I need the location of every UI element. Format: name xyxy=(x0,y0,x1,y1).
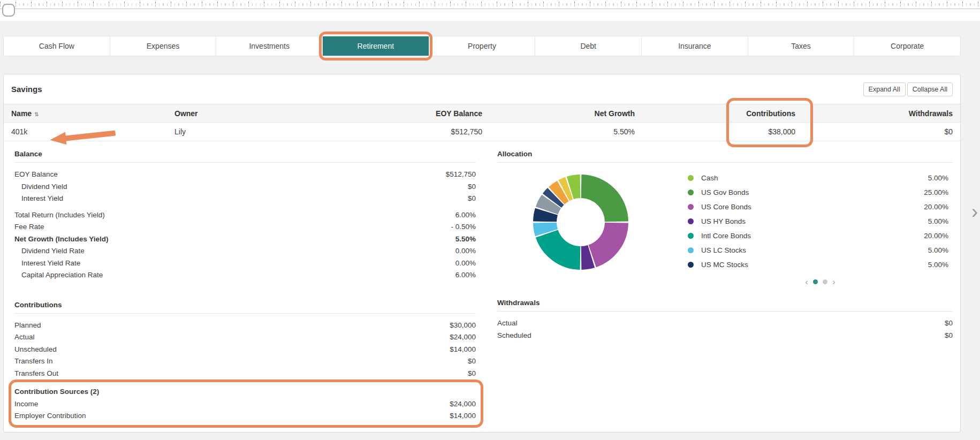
column-header-eoy-balance[interactable]: EOY Balance xyxy=(330,109,482,118)
allocation-legend: Cash 5.00% US Gov Bonds 25.00% xyxy=(688,169,953,272)
legend-color-dot xyxy=(688,262,694,268)
legend-page-dot-1[interactable] xyxy=(813,279,818,284)
tab[interactable]: Investments xyxy=(216,36,323,56)
legend-label: US Gov Bonds xyxy=(701,188,749,196)
detail-row: Actual $0 xyxy=(497,317,953,330)
detail-row-value: 5.50% xyxy=(455,233,476,246)
balance-section-title: Balance xyxy=(14,150,476,163)
withdrawals-section-title: Withdrawals xyxy=(497,299,953,312)
tab[interactable]: Corporate xyxy=(854,36,960,56)
detail-row-label: Net Growth (Includes Yield) xyxy=(14,233,109,246)
legend-item: US LC Stocks 5.00% xyxy=(688,243,948,257)
detail-row: Fee Rate - 0.50% xyxy=(14,221,476,233)
legend-color-dot xyxy=(688,204,694,210)
legend-item: Intl Core Bonds 20.00% xyxy=(688,229,948,243)
tab[interactable]: Cash Flow xyxy=(4,36,110,56)
detail-row-label: Planned xyxy=(14,320,41,332)
legend-item: US Core Bonds 20.00% xyxy=(688,200,948,214)
column-header-name[interactable]: Name⇅ xyxy=(11,109,174,118)
detail-row-value: 0.00% xyxy=(455,257,476,270)
donut-segment xyxy=(557,191,563,196)
detail-row-value: $0 xyxy=(468,355,476,368)
detail-row-label: Interest Yield xyxy=(21,193,63,205)
cell-contributions: $38,000 xyxy=(635,127,795,136)
annotation-tool-handle[interactable] xyxy=(2,4,15,17)
legend-color-dot xyxy=(688,233,694,239)
tab-label: Cash Flow xyxy=(39,42,74,50)
tab-label: Expenses xyxy=(147,42,179,50)
detail-row: Interest Yield $0 xyxy=(14,193,476,205)
legend-color-dot xyxy=(688,218,694,224)
contribution-sources-rows: Income $24,000 Employer Contribution $14… xyxy=(14,398,476,422)
balance-rows: EOY Balance $512,750 Dividend Yield $0 xyxy=(14,169,476,282)
legend-label: Cash xyxy=(701,174,718,182)
collapse-all-button[interactable]: Collapse All xyxy=(907,82,953,96)
allocation-donut-wrap xyxy=(497,169,688,276)
column-header-withdrawals[interactable]: Withdrawals xyxy=(795,109,953,118)
detail-row-value: $0 xyxy=(468,368,476,380)
legend-next-button[interactable]: › xyxy=(832,277,835,286)
tab[interactable]: Expenses xyxy=(110,36,217,56)
tab-label: Debt xyxy=(580,42,596,50)
contributions-rows: Planned $30,000 Actual $24,000 xyxy=(14,320,476,380)
detail-row-value: $24,000 xyxy=(450,331,476,344)
tab[interactable]: Property xyxy=(429,36,536,56)
donut-segment xyxy=(592,223,617,256)
legend-value: 25.00% xyxy=(924,188,948,196)
legend-value: 5.00% xyxy=(928,217,948,225)
detail-row: Total Return (Includes Yield) 6.00% xyxy=(14,209,476,222)
next-page-chevron[interactable]: › xyxy=(971,202,978,222)
detail-row-label: Transfers In xyxy=(14,355,53,368)
expand-all-button[interactable]: Expand All xyxy=(863,82,906,96)
detail-row-value: $512,750 xyxy=(446,169,476,181)
detail-row: Income $24,000 xyxy=(14,398,476,411)
top-ruler xyxy=(0,0,980,9)
detail-row-label: Total Return (Includes Yield) xyxy=(14,209,105,222)
legend-color-dot xyxy=(688,189,694,195)
detail-row-label: EOY Balance xyxy=(14,169,58,181)
detail-row-label: Employer Contribution xyxy=(14,410,86,422)
allocation-legend-wrap: Cash 5.00% US Gov Bonds 25.00% xyxy=(688,169,953,287)
legend-label: US MC Stocks xyxy=(701,261,748,269)
account-detail: Balance EOY Balance $512,750 Dividend Y xyxy=(4,141,960,432)
contributions-section: Contributions Planned $30,000 Actual xyxy=(14,301,476,422)
tab-label: Insurance xyxy=(678,42,711,50)
detail-row-value: $0 xyxy=(945,317,953,330)
tab-label: Corporate xyxy=(891,42,924,50)
legend-item: US MC Stocks 5.00% xyxy=(688,257,948,272)
column-header-net-growth[interactable]: Net Growth xyxy=(482,109,635,118)
withdrawals-section: Withdrawals Actual $0 Scheduled xyxy=(497,299,953,342)
detail-row-label: Interest Yield Rate xyxy=(21,257,80,270)
sort-icon[interactable]: ⇅ xyxy=(34,111,39,117)
column-header-owner[interactable]: Owner xyxy=(174,109,330,118)
tab[interactable]: Taxes xyxy=(748,36,855,56)
column-header-contributions[interactable]: Contributions xyxy=(635,109,795,118)
detail-row: Capital Appreciation Rate 6.00% xyxy=(14,269,476,282)
tab[interactable]: Retirement xyxy=(323,36,429,56)
savings-panel: Savings Expand All Collapse All Name⇅ Ow… xyxy=(3,74,961,433)
legend-page-dot-2[interactable] xyxy=(823,279,827,284)
detail-row-value: 6.00% xyxy=(455,209,476,222)
tab[interactable]: Insurance xyxy=(642,36,748,56)
panel-header: Savings Expand All Collapse All xyxy=(4,74,960,104)
detail-row-value: $14,000 xyxy=(450,344,476,356)
legend-prev-button[interactable]: ‹ xyxy=(805,277,808,286)
tab[interactable]: Debt xyxy=(535,36,642,56)
cell-account-name: 401k xyxy=(11,127,174,136)
detail-row: EOY Balance $512,750 xyxy=(14,169,476,181)
legend-value: 5.00% xyxy=(928,174,948,182)
tab-label: Investments xyxy=(249,42,289,50)
detail-row-label: Unscheduled xyxy=(14,344,57,356)
table-row-401k[interactable]: 401k Lily $512,750 5.50% $38,000 $0 xyxy=(4,123,960,141)
detail-row-label: Dividend Yield Rate xyxy=(21,245,85,257)
withdrawals-rows: Actual $0 Scheduled $0 xyxy=(497,317,953,342)
legend-value: 5.00% xyxy=(928,261,948,269)
panel-title: Savings xyxy=(11,85,42,94)
donut-segment xyxy=(564,188,569,191)
legend-label: Intl Core Bonds xyxy=(701,232,751,240)
detail-row-label: Scheduled xyxy=(497,330,531,342)
detail-row-value: $30,000 xyxy=(450,320,476,332)
expand-collapse-group: Expand All Collapse All xyxy=(863,82,953,96)
detail-row-value: $0 xyxy=(468,181,476,193)
contributions-section-title: Contributions xyxy=(14,301,476,314)
